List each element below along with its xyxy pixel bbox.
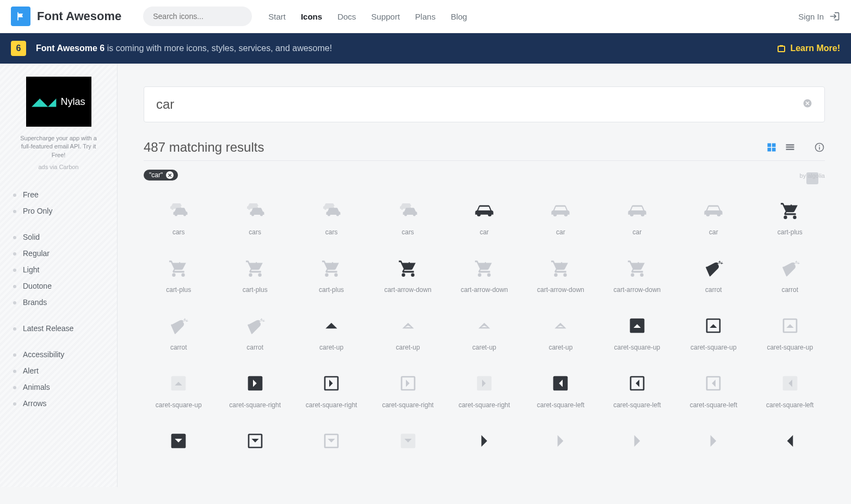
- filter-animals[interactable]: Animals: [13, 379, 104, 395]
- filter-arrows[interactable]: Arrows: [13, 395, 104, 412]
- icon-caret-up[interactable]: caret-up: [526, 309, 595, 357]
- icon-caret-square-left[interactable]: caret-square-left: [602, 366, 672, 414]
- filter-alert[interactable]: Alert: [13, 363, 104, 379]
- icon-cars[interactable]: cars: [297, 194, 366, 241]
- icon-cars[interactable]: cars: [220, 194, 289, 241]
- csq-d-o-icon: [299, 430, 364, 452]
- filter-tag-remove-icon[interactable]: ✕: [166, 171, 174, 179]
- list-view-icon[interactable]: [785, 142, 795, 153]
- nav-start[interactable]: Start: [268, 12, 286, 21]
- icon-caret-up[interactable]: caret-up: [297, 309, 366, 357]
- icon-label: caret-square-right: [222, 401, 287, 409]
- clear-search-icon[interactable]: [803, 98, 812, 111]
- icon-csq-d-o[interactable]: [220, 424, 289, 464]
- header-search-input[interactable]: [153, 12, 248, 21]
- icon-cart-arrow-down[interactable]: cart-arrow-down: [449, 251, 519, 299]
- icon-caret-square-left[interactable]: caret-square-left: [679, 366, 748, 414]
- car-icon: [681, 199, 746, 222]
- icon-car[interactable]: car: [602, 194, 672, 241]
- sponsor-ad[interactable]: ◢◣◢ Nylas: [26, 77, 91, 127]
- icon-carrot[interactable]: carrot: [144, 309, 213, 357]
- icon-label: cars: [299, 228, 364, 236]
- icon-cart-arrow-down[interactable]: cart-arrow-down: [373, 251, 442, 299]
- icon-caret-square-up[interactable]: caret-square-up: [144, 366, 213, 414]
- filter-regular[interactable]: Regular: [13, 245, 104, 262]
- csq-l-icon: [528, 372, 593, 395]
- icon-label: cars: [375, 228, 440, 236]
- icon-label: caret-square-up: [681, 344, 746, 351]
- logo-icon[interactable]: [11, 7, 30, 26]
- icon-cart-arrow-down[interactable]: cart-arrow-down: [602, 251, 672, 299]
- filter-free[interactable]: Free: [13, 186, 104, 203]
- filter-latest-release[interactable]: Latest Release: [13, 320, 104, 337]
- nav-icons[interactable]: Icons: [301, 12, 322, 21]
- icon-caret-square-up[interactable]: caret-square-up: [755, 309, 825, 357]
- filter-brands[interactable]: Brands: [13, 294, 104, 310]
- icon-cars[interactable]: cars: [373, 194, 442, 241]
- nav-docs[interactable]: Docs: [337, 12, 356, 21]
- icon-caret-up[interactable]: caret-up: [449, 309, 519, 357]
- icon-caret-r[interactable]: [449, 424, 519, 464]
- icon-cart-plus[interactable]: cart-plus: [220, 251, 289, 299]
- filter-duotone[interactable]: Duotone: [13, 278, 104, 294]
- filter-solid[interactable]: Solid: [13, 229, 104, 245]
- icon-search-input[interactable]: [156, 97, 803, 112]
- icon-cart-plus[interactable]: cart-plus: [755, 194, 825, 241]
- icon-caret-r[interactable]: [526, 424, 595, 464]
- csq-r-f-icon: [452, 372, 517, 395]
- grid-view-icon[interactable]: [766, 142, 777, 153]
- nav-plans[interactable]: Plans: [415, 12, 436, 21]
- icon-label: cart-plus: [299, 286, 364, 294]
- icon-carrot[interactable]: carrot: [755, 251, 825, 299]
- icon-caret-square-right[interactable]: caret-square-right: [220, 366, 289, 414]
- icon-label: cart-plus: [757, 228, 823, 236]
- sponsor-via[interactable]: ads via Carbon: [0, 164, 117, 170]
- icon-carrot[interactable]: carrot: [220, 309, 289, 357]
- icon-caret-r[interactable]: [602, 424, 672, 464]
- nav-blog[interactable]: Blog: [451, 12, 467, 21]
- banner-badge: 6: [11, 41, 26, 56]
- icon-cars[interactable]: cars: [144, 194, 213, 241]
- icon-cart-arrow-down[interactable]: cart-arrow-down: [526, 251, 595, 299]
- icon-label: cart-arrow-down: [528, 286, 593, 294]
- icon-csq-d[interactable]: [144, 424, 213, 464]
- cars-dual-icon: [299, 199, 364, 222]
- filter-light[interactable]: Light: [13, 262, 104, 278]
- icon-label: caret-square-left: [605, 401, 670, 409]
- icon-caret-l[interactable]: [755, 424, 825, 464]
- nav-support[interactable]: Support: [371, 12, 400, 21]
- icon-caret-square-up[interactable]: caret-square-up: [679, 309, 748, 357]
- icon-cart-plus[interactable]: cart-plus: [144, 251, 213, 299]
- carrot-icon: [146, 314, 211, 337]
- banner-learn-more[interactable]: Learn More!: [777, 43, 840, 53]
- icon-caret-up[interactable]: caret-up: [373, 309, 442, 357]
- icon-caret-square-left[interactable]: caret-square-left: [526, 366, 595, 414]
- icon-label: caret-square-right: [299, 401, 364, 409]
- icon-caret-square-right[interactable]: caret-square-right: [297, 366, 366, 414]
- icon-carrot[interactable]: carrot: [679, 251, 748, 299]
- icon-csq-d-f[interactable]: [373, 424, 442, 464]
- info-icon[interactable]: [814, 142, 825, 153]
- icon-car[interactable]: car: [526, 194, 595, 241]
- icon-caret-square-right[interactable]: caret-square-right: [449, 366, 519, 414]
- icon-caret-square-left[interactable]: caret-square-left: [755, 366, 825, 414]
- icon-label: caret-square-up: [757, 344, 823, 351]
- icon-caret-square-up[interactable]: caret-square-up: [602, 309, 672, 357]
- header-search[interactable]: [143, 7, 252, 26]
- icon-car[interactable]: car: [679, 194, 748, 241]
- icon-caret-r[interactable]: [679, 424, 748, 464]
- filter-tag[interactable]: "car" ✕: [144, 170, 178, 181]
- filter-accessibility[interactable]: Accessibility: [13, 346, 104, 363]
- carrot-icon: [222, 314, 287, 337]
- icon-car[interactable]: car: [449, 194, 519, 241]
- icon-label: caret-square-left: [757, 401, 823, 409]
- icon-cart-plus[interactable]: cart-plus: [297, 251, 366, 299]
- icon-caret-square-right[interactable]: caret-square-right: [373, 366, 442, 414]
- icon-csq-d-o[interactable]: [297, 424, 366, 464]
- filter-pro-only[interactable]: Pro Only: [13, 203, 104, 219]
- icon-label: caret-square-up: [146, 401, 211, 409]
- icon-label: caret-square-left: [528, 401, 593, 409]
- signin-link[interactable]: Sign In: [798, 11, 840, 22]
- icon-search-box[interactable]: [144, 86, 825, 122]
- filter-list: FreePro OnlySolidRegularLightDuotoneBran…: [0, 186, 117, 412]
